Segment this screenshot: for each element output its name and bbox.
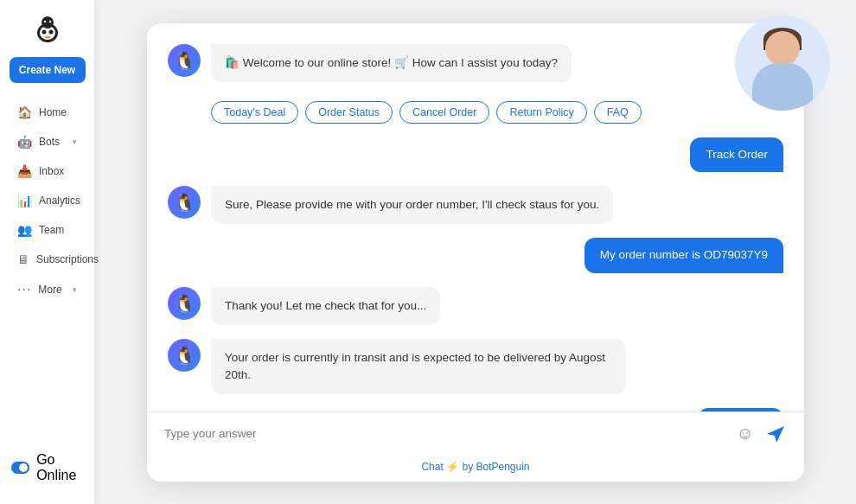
sidebar-label-team: Team — [39, 224, 64, 236]
user-bubble-1: Track Order — [690, 137, 783, 172]
svg-point-3 — [48, 30, 53, 35]
sidebar-label-inbox: Inbox — [39, 165, 64, 177]
person-silhouette — [735, 16, 830, 111]
user-bubble-3: Thank you — [698, 408, 783, 411]
svg-point-7 — [48, 21, 50, 22]
sidebar-label-bots: Bots — [39, 136, 60, 148]
svg-point-5 — [42, 16, 54, 29]
sidebar-nav: 🏠 Home 🤖 Bots ▾ 📥 Inbox 📊 Analytics 👥 Te… — [0, 99, 94, 304]
chat-input[interactable] — [164, 427, 726, 440]
subscriptions-icon: 🖥 — [17, 252, 29, 266]
sidebar: Create New 🏠 Home 🤖 Bots ▾ 📥 Inbox 📊 Ana… — [0, 0, 95, 504]
team-icon: 👥 — [17, 223, 32, 237]
sidebar-logo — [32, 14, 63, 45]
sidebar-item-home[interactable]: 🏠 Home — [5, 99, 89, 126]
send-button[interactable] — [764, 423, 787, 445]
svg-point-4 — [45, 36, 50, 39]
bot-bubble-2: Sure, Please provide me with your order … — [211, 186, 613, 224]
go-online-label: Go Online — [36, 452, 82, 483]
chat-messages: 🐧 🛍️ Welcome to our online store! 🛒 How … — [147, 23, 804, 411]
bot-message-3: 🐧 Thank you! Let me check that for you..… — [168, 287, 783, 325]
bot-icon-1: 🐧 — [174, 50, 195, 71]
more-icon: ··· — [17, 282, 31, 297]
sidebar-item-inbox[interactable]: 📥 Inbox — [5, 157, 89, 185]
sidebar-item-team[interactable]: 👥 Team — [5, 216, 89, 244]
user-message-1: Track Order — [168, 137, 783, 172]
sidebar-label-home: Home — [39, 106, 67, 118]
bot-avatar-3: 🐧 — [168, 287, 201, 320]
user-bubble-2: My order number is OD79037Y9 — [585, 238, 783, 272]
sidebar-label-analytics: Analytics — [39, 195, 80, 207]
user-message-2: My order number is OD79037Y9 — [168, 238, 783, 272]
quick-replies: Today's Deal Order Status Cancel Order R… — [211, 101, 783, 124]
bot-bubble-3: Thank you! Let me check that for you... — [211, 287, 440, 325]
person-photo — [735, 16, 830, 111]
bot-avatar-1: 🐧 — [168, 44, 201, 77]
sidebar-label-more: More — [38, 284, 61, 296]
go-online-row[interactable]: Go Online — [0, 445, 95, 490]
person-head — [765, 31, 800, 66]
svg-point-2 — [42, 30, 46, 35]
bot-icon-3: 🐧 — [174, 293, 195, 314]
bot-icon-2: 🐧 — [174, 192, 195, 213]
sidebar-item-analytics[interactable]: 📊 Analytics — [5, 187, 89, 214]
quick-reply-faq[interactable]: FAQ — [594, 101, 642, 124]
user-message-3: Thank you — [168, 408, 783, 411]
chat-footer: Chat ⚡ by BotPenguin — [147, 456, 804, 482]
inbox-icon: 📥 — [17, 164, 32, 178]
analytics-icon: 📊 — [17, 194, 32, 207]
bot-icon-4: 🐧 — [174, 345, 195, 366]
emoji-button[interactable]: ☺ — [737, 424, 754, 443]
quick-reply-cancel-order[interactable]: Cancel Order — [399, 101, 489, 124]
go-online-toggle[interactable] — [11, 462, 29, 474]
more-chevron-icon: ▾ — [73, 285, 77, 294]
app-wrapper: Create New 🏠 Home 🤖 Bots ▾ 📥 Inbox 📊 Ana… — [0, 0, 856, 504]
person-body — [752, 63, 813, 111]
quick-reply-order-status[interactable]: Order Status — [305, 101, 393, 124]
bot-message-2: 🐧 Sure, Please provide me with your orde… — [168, 186, 783, 224]
bot-message-4: 🐧 Your order is currently in transit and… — [168, 339, 783, 395]
bot-avatar-4: 🐧 — [168, 339, 201, 372]
main-area: 🐧 🛍️ Welcome to our online store! 🛒 How … — [95, 0, 856, 504]
svg-point-6 — [43, 21, 45, 22]
sidebar-label-subscriptions: Subscriptions — [36, 253, 99, 265]
bot-bubble-1: 🛍️ Welcome to our online store! 🛒 How ca… — [211, 44, 572, 82]
create-new-button[interactable]: Create New — [10, 57, 86, 83]
sidebar-item-subscriptions[interactable]: 🖥 Subscriptions — [5, 246, 89, 273]
quick-reply-todays-deal[interactable]: Today's Deal — [211, 101, 298, 124]
bot-message-1: 🐧 🛍️ Welcome to our online store! 🛒 How … — [168, 44, 783, 82]
bot-bubble-4: Your order is currently in transit and i… — [211, 339, 626, 395]
chat-window: 🐧 🛍️ Welcome to our online store! 🛒 How … — [147, 23, 804, 482]
chat-input-area: ☺ — [147, 411, 804, 456]
quick-reply-return-policy[interactable]: Return Policy — [496, 101, 586, 124]
bot-avatar-2: 🐧 — [168, 186, 201, 219]
send-icon — [764, 423, 787, 445]
sidebar-item-bots[interactable]: 🤖 Bots ▾ — [5, 128, 89, 156]
home-icon: 🏠 — [17, 105, 32, 119]
bots-icon: 🤖 — [17, 135, 32, 149]
sidebar-item-more[interactable]: ··· More ▾ — [5, 275, 89, 304]
bots-chevron-icon: ▾ — [73, 137, 77, 146]
